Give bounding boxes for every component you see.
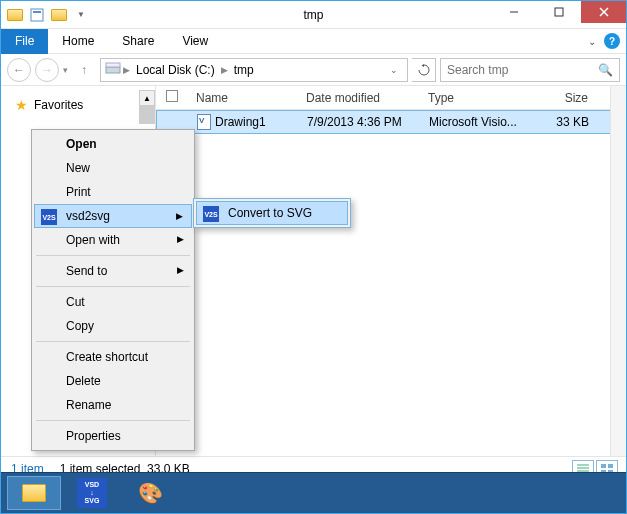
search-box[interactable]: 🔍 [440, 58, 620, 82]
back-button[interactable]: ← [7, 58, 31, 82]
select-all-checkbox[interactable] [166, 90, 178, 102]
chevron-right-icon[interactable]: ▶ [121, 65, 132, 75]
qat-newfolder-icon[interactable] [49, 5, 69, 25]
vsd2svg-icon: V2S [41, 209, 57, 225]
menu-separator [36, 341, 190, 342]
forward-button[interactable]: → [35, 58, 59, 82]
vsd2svg-icon: VSD↓SVG [77, 478, 107, 508]
title-bar: ▼ tmp [1, 1, 626, 29]
recent-dropdown-icon[interactable]: ▾ [63, 65, 68, 75]
file-name: Drawing1 [215, 115, 266, 129]
menu-rename[interactable]: Rename [34, 393, 192, 417]
svg-rect-6 [106, 67, 120, 73]
qat-dropdown-icon[interactable]: ▼ [71, 5, 91, 25]
drive-icon [105, 61, 121, 78]
file-row[interactable]: Drawing1 7/9/2013 4:36 PM Microsoft Visi… [156, 110, 626, 134]
menu-open[interactable]: Open [34, 132, 192, 156]
file-type: Microsoft Visio... [429, 115, 539, 129]
submenu-arrow-icon: ▶ [176, 211, 183, 221]
star-icon: ★ [15, 97, 28, 113]
col-name[interactable]: Name [196, 91, 306, 105]
sidebar-favorites[interactable]: ★Favorites [7, 94, 149, 116]
tab-home[interactable]: Home [48, 30, 108, 52]
svg-rect-11 [601, 464, 606, 468]
submenu-arrow-icon: ▶ [177, 234, 184, 244]
menu-shortcut[interactable]: Create shortcut [34, 345, 192, 369]
taskbar: VSD↓SVG 🎨 [1, 472, 626, 513]
file-list: Name Date modified Type Size Drawing1 7/… [156, 86, 626, 456]
up-button[interactable]: ↑ [72, 58, 96, 82]
sidebar-scroll-up[interactable]: ▲ [139, 90, 155, 106]
chevron-right-icon[interactable]: ▶ [219, 65, 230, 75]
file-date: 7/9/2013 4:36 PM [307, 115, 429, 129]
menu-new[interactable]: New [34, 156, 192, 180]
menu-sendto[interactable]: Send to▶ [34, 259, 192, 283]
maximize-button[interactable] [536, 1, 581, 23]
submenu-arrow-icon: ▶ [177, 265, 184, 275]
search-input[interactable] [447, 63, 598, 77]
content-scrollbar[interactable] [610, 86, 626, 456]
menu-copy[interactable]: Copy [34, 314, 192, 338]
search-icon: 🔍 [598, 63, 613, 77]
taskbar-explorer[interactable] [7, 476, 61, 510]
col-size[interactable]: Size [538, 91, 608, 105]
explorer-icon [22, 484, 46, 502]
menu-openwith[interactable]: Open with▶ [34, 228, 192, 252]
address-bar[interactable]: ▶ Local Disk (C:) ▶ tmp ⌄ [100, 58, 408, 82]
menu-cut[interactable]: Cut [34, 290, 192, 314]
menu-properties[interactable]: Properties [34, 424, 192, 448]
refresh-button[interactable] [412, 58, 436, 82]
minimize-button[interactable] [491, 1, 536, 23]
menu-delete[interactable]: Delete [34, 369, 192, 393]
vsd2svg-icon: V2S [203, 206, 219, 222]
sidebar-scroll-thumb[interactable] [139, 106, 155, 124]
paint-icon: 🎨 [138, 481, 163, 505]
ribbon-expand-icon[interactable]: ⌄ [588, 36, 596, 47]
window-title: tmp [303, 8, 323, 22]
tab-share[interactable]: Share [108, 30, 168, 52]
taskbar-paint[interactable]: 🎨 [123, 476, 177, 510]
app-icon[interactable] [5, 5, 25, 25]
context-submenu: V2S Convert to SVG [193, 198, 351, 228]
close-button[interactable] [581, 1, 626, 23]
menu-separator [36, 255, 190, 256]
svg-rect-0 [31, 9, 43, 21]
svg-rect-3 [555, 8, 563, 16]
col-type[interactable]: Type [428, 91, 538, 105]
address-dropdown-icon[interactable]: ⌄ [385, 65, 403, 75]
tab-view[interactable]: View [168, 30, 222, 52]
crumb-folder[interactable]: tmp [230, 63, 258, 77]
file-size: 33 KB [539, 115, 609, 129]
taskbar-vsd2svg[interactable]: VSD↓SVG [65, 476, 119, 510]
svg-rect-12 [608, 464, 613, 468]
menu-separator [36, 420, 190, 421]
ribbon: File Home Share View [1, 29, 626, 54]
help-icon[interactable]: ? [604, 33, 620, 49]
svg-rect-1 [33, 11, 41, 13]
menu-vsd2svg[interactable]: V2S vsd2svg ▶ [34, 204, 192, 228]
menu-print[interactable]: Print [34, 180, 192, 204]
file-tab[interactable]: File [1, 29, 48, 54]
col-date[interactable]: Date modified [306, 91, 428, 105]
nav-bar: ← → ▾ ↑ ▶ Local Disk (C:) ▶ tmp ⌄ 🔍 [1, 54, 626, 86]
menu-separator [36, 286, 190, 287]
column-headers: Name Date modified Type Size [156, 86, 626, 110]
crumb-drive[interactable]: Local Disk (C:) [132, 63, 219, 77]
submenu-convert[interactable]: V2S Convert to SVG [196, 201, 348, 225]
visio-file-icon [197, 114, 211, 130]
svg-rect-7 [106, 63, 120, 67]
qat-properties-icon[interactable] [27, 5, 47, 25]
context-menu: Open New Print V2S vsd2svg ▶ Open with▶ … [31, 129, 195, 451]
